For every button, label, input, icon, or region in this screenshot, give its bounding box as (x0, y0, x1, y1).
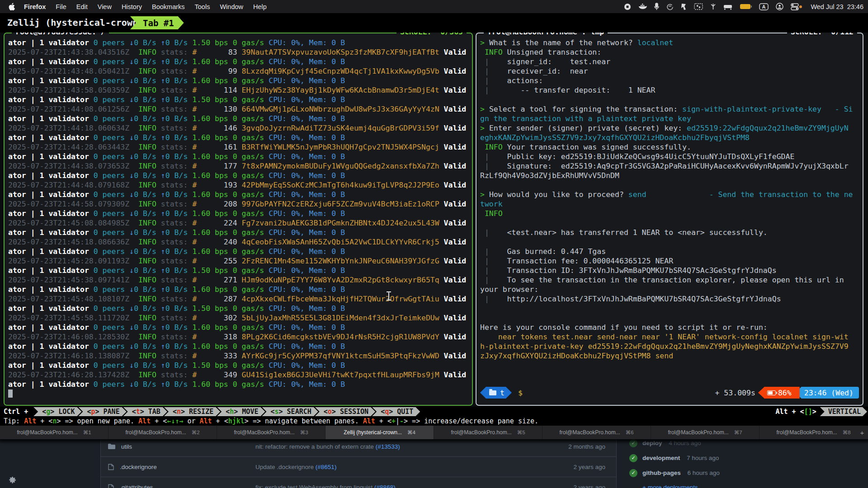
tip-segment: + < (36, 417, 52, 425)
terminal-line: h-plaintext-private-key ed25519:22wFdgQq… (480, 342, 861, 351)
svg-text:A: A (762, 4, 766, 9)
terminal-tab-2[interactable]: frol@MacBookPro.hom...⌘2 (108, 426, 217, 439)
browser-window: utilsnit: refactor: remove a bunch of ex… (0, 439, 868, 488)
terminal-line: INFO Unsigned transaction: (480, 47, 861, 57)
keybind-hint-search: <s> SEARCH (262, 407, 318, 416)
menu-help[interactable]: Help (248, 3, 272, 10)
commit-message[interactable]: fix: exclude test WebAssembly from lingu… (255, 484, 547, 488)
zellij-tip-bar: Tip: Alt + <n> => open new pane. Alt + <… (0, 417, 868, 426)
terminal-area: root@d778a97e59de: / SCROLL: 0/365 ator … (0, 33, 868, 407)
menu-view[interactable]: View (93, 3, 117, 10)
log-info-line: 2025-07-23T21:45:38.097141Z INFO stats: … (8, 275, 470, 285)
terminal-line: | Transaction ID: 3FTxVnJhJwRmBaPQMKU7bS… (480, 266, 861, 275)
keybind-hint-lock: <g> LOCK (33, 407, 81, 416)
terminal-line (480, 313, 861, 323)
deployment-row[interactable]: ✓github-pages 6 hours ago (629, 465, 864, 480)
menu-edit[interactable]: Edit (71, 3, 93, 10)
commit-message[interactable]: Update .dockerignore (#8651) (255, 464, 547, 470)
terminal-line: zJxy7xqfhGXYQU2izHDoaKcbhu2FbyqjVStPM8 s… (480, 351, 861, 361)
terminal-line: RzLf9Qh4V9o3dZVjbExRhUMVvV5DnDM (480, 171, 861, 180)
terminal-line (480, 304, 861, 313)
pointer-icon[interactable] (681, 3, 687, 10)
validator-status-line: ator | 1 validator 0 peers ↓0 B/s ↑0 B/s… (8, 95, 470, 104)
branch-icon[interactable] (710, 3, 716, 10)
terminal-tab-7[interactable]: frol@MacBookPro.hom...⌘7 (651, 426, 760, 439)
keybind-hint-pane: <p> PANE (78, 407, 126, 416)
deployment-row[interactable]: ✓development 7 hours ago (629, 450, 864, 465)
apple-menu-icon[interactable] (8, 3, 15, 11)
battery-level-icon (767, 390, 776, 395)
docker-icon[interactable] (638, 3, 647, 10)
file-name-link[interactable]: .dockerignore (120, 464, 157, 470)
log-info-line: 2025-07-23T21:46:18.138087Z INFO stats: … (8, 351, 470, 361)
control-center-icon[interactable] (791, 3, 802, 10)
gear-icon[interactable] (8, 476, 17, 484)
prompt-directory: t (500, 389, 505, 397)
window-switch-icon[interactable] (694, 3, 703, 10)
validator-status-line: ator | 1 validator 0 peers ↓0 B/s ↑0 B/s… (8, 38, 470, 47)
more-deployments-link[interactable]: + more deployments (642, 484, 864, 488)
record-icon[interactable] (624, 3, 631, 10)
validator-status-line: ator | 1 validator 0 peers ↓0 B/s ↑0 B/s… (8, 190, 470, 199)
terminal-line: Here is your console command if you need… (480, 323, 861, 332)
terminal-tab-8[interactable]: frol@MacBookPro.hom...⌘8 (760, 426, 868, 439)
zellij-tab-1[interactable]: Tab #1 (130, 16, 184, 29)
file-name-link[interactable]: .gitattributes (120, 484, 153, 488)
tip-segment: + (392, 417, 396, 425)
file-row: utilsnit: refactor: remove a bunch of ex… (101, 436, 616, 457)
right-pane-content: > What is the name of the network? local… (480, 38, 861, 403)
terminal-line: | actions: (480, 76, 861, 85)
commit-message[interactable]: nit: refactor: remove a bunch of extern … (255, 443, 547, 450)
menu-file[interactable]: File (51, 3, 71, 10)
validator-status-line: ator | 1 validator 0 peers ↓0 B/s ↑0 B/s… (8, 57, 470, 66)
keybind-hint-session: <o> SESSION (315, 407, 375, 416)
terminal-line: twork (480, 199, 861, 209)
tip-segment: - (400, 417, 404, 425)
file-name-link[interactable]: utils (121, 443, 132, 450)
log-info-line: 2025-07-23T21:44:58.079309Z INFO stats: … (8, 199, 470, 209)
terminal-tab-5[interactable]: frol@MacBookPro.hom...⌘5 (434, 426, 542, 439)
input-source-icon[interactable]: A (759, 3, 769, 10)
terminal-line: eghxKANZpYwimJysSSZ7V9zJxy7xqfhGXYQU2izH… (480, 133, 861, 142)
battery-icon[interactable] (740, 4, 752, 9)
terminal-tab-4[interactable]: Zellij (hysterical-crown...⌘4 (326, 426, 434, 439)
terminal-tab-1[interactable]: frol@MacBookPro.hom...⌘1 (0, 426, 108, 439)
prompt-time: 23:46 (Wed) (804, 389, 854, 397)
terminal-block-cursor (8, 389, 13, 398)
tip-segment: > => open new pane. (57, 417, 138, 425)
menu-window[interactable]: Window (215, 3, 248, 10)
zellij-tab-bar: Zellij (hysterical-crown) Tab #1 (0, 13, 868, 33)
commit-age: 2 years ago (547, 464, 605, 470)
validator-status-line: ator | 1 validator 0 peers ↓0 B/s ↑0 B/s… (8, 266, 470, 275)
pr-link[interactable]: (#8651) (316, 464, 337, 470)
github-deployments-panel: ✓deploy 4 hours ago✓development 7 hours … (629, 436, 864, 488)
left-pane[interactable]: root@d778a97e59de: / SCROLL: 0/365 ator … (4, 33, 473, 406)
terminal-tab-3[interactable]: frol@MacBookPro.hom...⌘3 (217, 426, 326, 439)
microphone-icon[interactable] (654, 3, 659, 10)
terminal-line: | <test.near> has transferred 1 NEAR to … (480, 228, 861, 237)
bed-icon[interactable] (723, 4, 732, 10)
account-icon[interactable] (776, 3, 783, 10)
menu-history[interactable]: History (117, 3, 147, 10)
terminal-line (480, 218, 861, 228)
file-icon (108, 464, 114, 470)
log-info-line: 2025-07-23T21:45:58.111720Z INFO stats: … (8, 313, 470, 323)
terminal-line: > Enter sender (signer) private (secret)… (480, 123, 861, 133)
menu-firefox[interactable]: Firefox (19, 3, 51, 10)
terminal-line: | Transaction fee: 0.0000446365125 NEAR (480, 256, 861, 266)
deploy-success-icon: ✓ (629, 454, 637, 462)
right-pane[interactable]: frol@MacBookPro.home : tmp SCROLL: 0/112… (476, 33, 863, 406)
menu-tools[interactable]: Tools (190, 3, 215, 10)
pr-link[interactable]: (#8868) (374, 484, 396, 488)
terminal-tab-6[interactable]: frol@MacBookPro.hom...⌘6 (542, 426, 651, 439)
pr-link[interactable]: (#13533) (376, 443, 400, 450)
swirl-icon[interactable] (666, 3, 674, 10)
menu-bookmarks[interactable]: Bookmarks (147, 3, 190, 10)
menu-items: Firefox File Edit View History Bookmarks… (5, 3, 272, 11)
terminal-line: INFO (480, 209, 861, 218)
validator-status-line: ator | 1 validator 0 peers ↓0 B/s ↑0 B/s… (8, 209, 470, 218)
new-tab-button[interactable]: + (856, 426, 868, 439)
log-info-line: 2025-07-23T21:46:28.137428Z INFO stats: … (8, 370, 470, 380)
log-info-line: 2025-07-23T21:45:48.108107Z INFO stats: … (8, 294, 470, 304)
menu-clock[interactable]: Wed Jul 23 23:46 (811, 3, 863, 10)
